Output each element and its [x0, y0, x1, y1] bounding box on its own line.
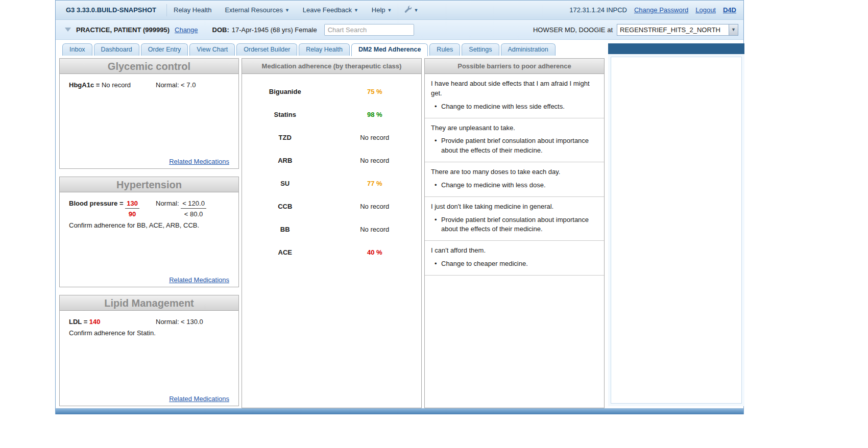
barrier-suggestion: Change to medicine with less dose. — [431, 181, 598, 190]
adherence-note: Confirm adherence for Statin. — [69, 329, 229, 337]
drug-class-label: SU — [242, 180, 328, 187]
collapse-patient-banner-icon[interactable] — [65, 28, 71, 32]
server-info: 172.31.1.24 INPCD — [569, 6, 627, 14]
location-select[interactable]: REGENSTRIEF_HITS_2_NORTH ▼ — [617, 24, 738, 36]
drug-class-label: BB — [242, 226, 328, 233]
drug-class-label: Biguanide — [242, 88, 328, 95]
tools-menu[interactable]: ▼ — [404, 5, 419, 15]
wrench-icon — [404, 5, 412, 15]
ldl-normal-range: Normal: < 130.0 — [156, 318, 229, 326]
tab-dashboard[interactable]: Dashboard — [94, 43, 139, 56]
right-panel-header — [608, 43, 744, 54]
table-row: CCB No record — [242, 195, 421, 218]
table-row: ACE 40 % — [242, 241, 421, 264]
barrier-suggestion: Provide patient brief consulation about … — [431, 136, 598, 156]
glycemic-control-panel: Glycemic control HbgA1c = No record Norm… — [59, 58, 239, 169]
adherence-value: 75 % — [328, 88, 421, 95]
tab-administration[interactable]: Administration — [501, 43, 556, 56]
menu-help[interactable]: Help▼ — [372, 6, 392, 14]
barrier-statement: They are unpleasant to take. — [431, 123, 598, 133]
list-item: I have heard about side effects that I a… — [425, 74, 604, 118]
provider-name: HOWSER MD, DOOGIE at — [533, 26, 613, 34]
list-item: They are unpleasant to take. Provide pat… — [425, 118, 604, 163]
adherence-table: Biguanide 75 % Statins 98 % TZD No recor… — [242, 80, 421, 264]
table-row: BB No record — [242, 218, 421, 241]
barrier-statement: There are too many doses to take each da… — [431, 167, 598, 177]
table-row: ARB No record — [242, 149, 421, 172]
hba1c-normal-range: Normal: < 7.0 — [156, 81, 229, 89]
change-patient-link[interactable]: Change — [175, 26, 198, 34]
dob-label: DOB: — [212, 26, 229, 34]
change-password-link[interactable]: Change Password — [634, 6, 688, 14]
lipid-management-panel: Lipid Management LDL = 140 Normal: < 130… — [59, 295, 239, 406]
table-row: SU 77 % — [242, 172, 421, 195]
menu-leave-feedback[interactable]: Leave Feedback▼ — [303, 6, 358, 14]
blood-pressure-reading: Blood pressure = 13090 — [69, 200, 156, 218]
patient-banner: PRACTICE, PATIENT (999995) Change DOB: 1… — [56, 20, 743, 40]
location-value: REGENSTRIEF_HITS_2_NORTH — [617, 26, 729, 34]
provider-group: HOWSER MD, DOOGIE at REGENSTRIEF_HITS_2_… — [533, 24, 743, 36]
chevron-down-icon: ▼ — [414, 8, 419, 13]
drug-class-label: TZD — [242, 134, 328, 141]
hba1c-reading: HbgA1c = No record — [69, 81, 156, 89]
barrier-suggestion: Change to medicine with less side effect… — [431, 102, 598, 112]
barriers-list: I have heard about side effects that I a… — [425, 74, 604, 276]
adherence-value: 40 % — [328, 248, 421, 256]
barriers-panel: Possible barriers to poor adherence I ha… — [424, 58, 605, 408]
panel-title: Lipid Management — [60, 295, 238, 311]
panel-title: Medication adherence (by therapeutic cla… — [242, 59, 421, 74]
ldl-reading: LDL = 140 — [69, 318, 156, 326]
d4d-link[interactable]: D4D — [723, 6, 736, 14]
related-medications-link[interactable]: Related Medications — [169, 158, 229, 165]
bottom-status-strip — [56, 408, 743, 414]
adherence-value: No record — [328, 134, 421, 141]
drug-class-label: CCB — [242, 203, 328, 210]
tab-rules[interactable]: Rules — [429, 43, 460, 56]
right-side-panel — [608, 54, 744, 406]
panel-title: Glycemic control — [60, 59, 238, 74]
app-window: G3 3.33.0.BUILD-SNAPSHOT Relay Health Ex… — [55, 0, 744, 414]
tab-inbox[interactable]: Inbox — [62, 43, 92, 56]
drug-class-label: ACE — [242, 248, 328, 256]
tab-relay-health[interactable]: Relay Health — [299, 43, 350, 56]
barrier-statement: I just don't like taking medicine in gen… — [431, 202, 598, 212]
adherence-value: 98 % — [328, 111, 421, 118]
tab-settings[interactable]: Settings — [462, 43, 499, 56]
patient-name: PRACTICE, PATIENT (999995) — [76, 26, 170, 34]
tab-view-chart[interactable]: View Chart — [189, 43, 235, 56]
top-menu-bar: G3 3.33.0.BUILD-SNAPSHOT Relay Health Ex… — [56, 1, 743, 20]
tab-bar: Inbox Dashboard Order Entry View Chart O… — [62, 43, 556, 56]
right-panel-body — [611, 57, 742, 404]
tab-order-entry[interactable]: Order Entry — [141, 43, 188, 56]
adherence-value: No record — [328, 203, 421, 210]
panel-title: Possible barriers to poor adherence — [425, 59, 604, 74]
barrier-suggestion: Change to cheaper medicine. — [431, 259, 598, 269]
list-item: I just don't like taking medicine in gen… — [425, 197, 604, 241]
adherence-value: No record — [328, 226, 421, 233]
list-item: I can't afford them. Change to cheaper m… — [425, 241, 604, 276]
chevron-down-icon: ▼ — [285, 8, 290, 13]
drug-class-label: Statins — [242, 111, 328, 118]
main-content: Inbox Dashboard Order Entry View Chart O… — [56, 40, 743, 408]
table-row: Statins 98 % — [242, 103, 421, 126]
app-version-title: G3 3.33.0.BUILD-SNAPSHOT — [56, 4, 167, 16]
tab-orderset-builder[interactable]: Orderset Builder — [236, 43, 297, 56]
adherence-value: 77 % — [328, 180, 421, 187]
barrier-statement: I have heard about side effects that I a… — [431, 79, 598, 98]
chevron-down-icon: ▼ — [354, 8, 358, 13]
table-row: Biguanide 75 % — [242, 80, 421, 103]
list-item: There are too many doses to take each da… — [425, 162, 604, 197]
logout-link[interactable]: Logout — [695, 6, 716, 14]
chevron-down-icon: ▼ — [388, 8, 392, 13]
chart-search-input[interactable] — [324, 24, 414, 36]
hypertension-panel: Hypertension Blood pressure = 13090 Norm… — [59, 177, 239, 287]
table-row: TZD No record — [242, 126, 421, 149]
barrier-suggestion: Provide patient brief consulation about … — [431, 215, 598, 235]
related-medications-link[interactable]: Related Medications — [169, 276, 229, 284]
tab-dm2-med-adherence[interactable]: DM2 Med Adherence — [351, 43, 428, 56]
barrier-statement: I can't afford them. — [431, 246, 598, 256]
related-medications-link[interactable]: Related Medications — [169, 395, 229, 403]
menu-relay-health[interactable]: Relay Health — [174, 6, 211, 14]
menu-external-resources[interactable]: External Resources▼ — [225, 6, 289, 14]
chevron-down-icon: ▼ — [729, 24, 738, 35]
